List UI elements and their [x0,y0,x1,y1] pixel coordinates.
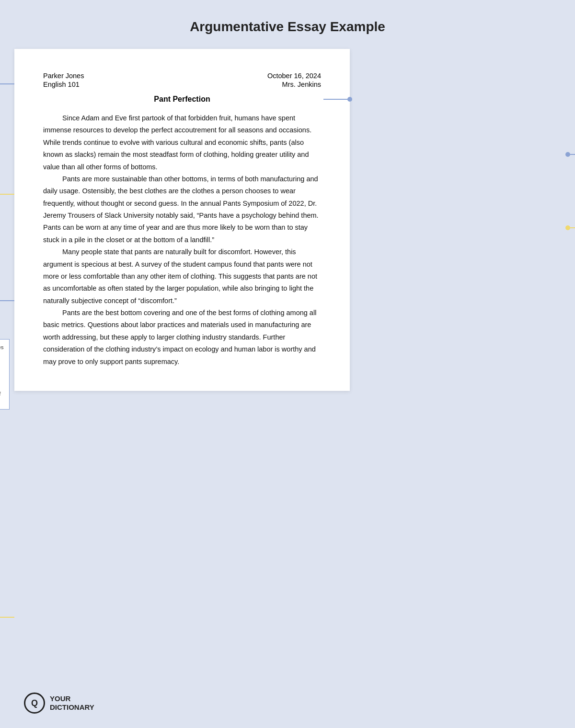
intro-connector-line [0,194,14,195]
heading-annotation: HEADING [0,62,14,106]
essay-header: Parker Jones English 101 October 16, 202… [43,72,321,88]
essay-title: Pant Perfection [43,95,321,104]
paragraph-body-2: Many people state that pants are natural… [43,246,321,307]
conclusion-annotation: CONCLUSION [0,596,14,639]
body-note-box: • Use outside sources as evidence to sup… [0,339,10,410]
heading-connector-line [0,83,14,84]
body-note-text: • Use outside sources as evidence to sup… [0,344,3,373]
author-name: Parker Jones [43,72,84,80]
page-title: Argumentative Essay Example [0,19,575,35]
title-connector-line [570,154,575,155]
paragraph-intro: Since Adam and Eve first partook of that… [43,112,321,173]
intro-annotation: INTRO [0,173,14,216]
body-annotation: BODY [0,279,14,322]
paragraph-body-1: Pants are more sustainable than other bo… [43,173,321,246]
title-annotation: TITLE [565,133,575,176]
teacher-name: Mrs. Jenkins [267,81,321,88]
logo-symbol: Q [24,693,45,714]
thesis-dot [565,225,570,230]
logo-text: YOUR DICTIONARY [50,694,94,712]
essay-paper: Parker Jones English 101 October 16, 202… [14,49,350,391]
body-connector-line [0,300,14,301]
thesis-annotation: THESIS [565,206,575,249]
body-note-text-2: • Address potential counterarguments (if… [0,383,0,404]
logo-area: Q YOUR DICTIONARY [24,693,94,714]
essay-body: Since Adam and Eve first partook of that… [43,112,321,368]
paragraph-conclusion: Pants are the best bottom covering and o… [43,307,321,368]
course-name: English 101 [43,81,84,88]
title-dot [565,152,570,157]
thesis-connector-line [570,227,575,228]
conclusion-connector-line [0,617,14,618]
essay-date: October 16, 2024 [267,72,321,80]
